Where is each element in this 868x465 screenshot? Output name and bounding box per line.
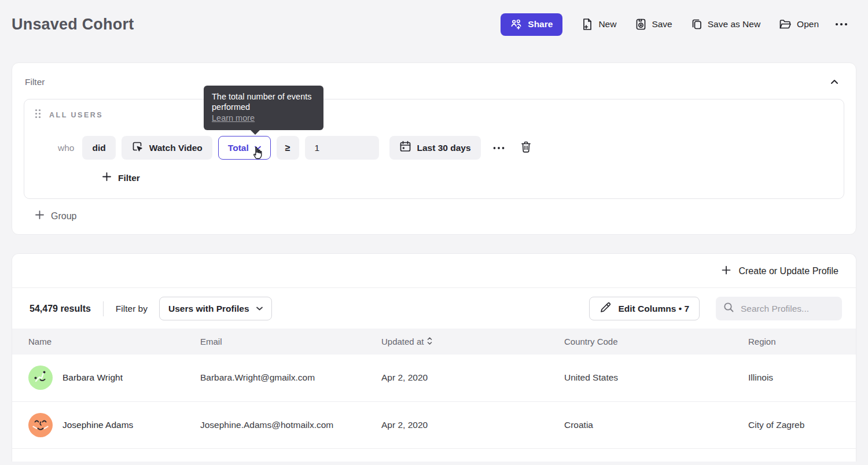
- plus-icon: [35, 211, 44, 222]
- save-as-new-button-label: Save as New: [708, 19, 760, 29]
- filter-by-label: Filter by: [116, 304, 148, 314]
- profile-region: Illinois: [742, 355, 856, 401]
- results-count: 54,479 results: [30, 304, 91, 314]
- tooltip-text: The total number of events performed: [212, 92, 312, 112]
- profile-name: Josephine Adams: [62, 420, 133, 430]
- aggregation-tooltip: The total number of events performed Lea…: [204, 86, 323, 130]
- share-users-icon: [510, 19, 523, 30]
- tooltip-learn-more-link[interactable]: Learn more: [212, 113, 255, 123]
- add-group-button[interactable]: Group: [35, 211, 76, 222]
- chevron-up-icon: [830, 78, 838, 86]
- filter-panel: Filter ALL USERS: [12, 62, 856, 235]
- pencil-icon: [599, 302, 611, 316]
- new-button-label: New: [598, 19, 616, 29]
- aggregation-selector-label: Total: [228, 143, 249, 153]
- share-button-label: Share: [528, 19, 553, 29]
- results-bar: 54,479 results Filter by Users with Prof…: [12, 288, 856, 329]
- ellipsis-icon: [492, 143, 505, 152]
- plus-icon: [102, 172, 111, 183]
- column-header-region: Region: [742, 329, 856, 355]
- results-bar-right: Edit Columns • 7: [589, 297, 842, 320]
- event-selector-label: Watch Video: [149, 143, 203, 153]
- open-button-label: Open: [797, 19, 819, 29]
- plus-icon: [722, 265, 731, 277]
- profile-updated-at: Apr 2, 2020: [376, 355, 558, 401]
- create-or-update-profile-label: Create or Update Profile: [738, 266, 838, 276]
- profile-region: City of Zagreb: [742, 401, 856, 448]
- profile-email: Barbara.Wright@gmailx.com: [194, 355, 376, 401]
- filter-group: ALL USERS who did Watch Video Total: [24, 99, 844, 199]
- edit-columns-button[interactable]: Edit Columns • 7: [589, 297, 700, 320]
- new-button[interactable]: New: [574, 13, 624, 36]
- trash-icon: [520, 141, 532, 155]
- operator-selector[interactable]: ≥: [277, 136, 299, 160]
- did-selector[interactable]: did: [82, 136, 115, 160]
- edit-columns-label: Edit Columns • 7: [618, 304, 689, 314]
- save-as-new-button[interactable]: Save as New: [683, 13, 768, 36]
- column-header-updated-at-label: Updated at: [381, 337, 424, 346]
- profile-country: United States: [558, 355, 742, 401]
- profiles-panel: Create or Update Profile 54,479 results …: [12, 253, 856, 462]
- event-selector[interactable]: Watch Video: [122, 136, 212, 160]
- table-row[interactable]: Josephine Adams Josephine.Adams@hotmailx…: [12, 401, 856, 448]
- date-range-selector[interactable]: Last 30 days: [389, 136, 481, 160]
- tooltip-caret: [250, 130, 260, 135]
- header-more-button[interactable]: [830, 16, 853, 34]
- delete-condition-button[interactable]: [517, 137, 535, 158]
- search-profiles-box: [716, 297, 842, 320]
- column-header-updated-at: Updated at: [376, 329, 558, 355]
- sort-icon: [427, 337, 432, 346]
- share-button[interactable]: Share: [501, 13, 562, 36]
- column-header-name: Name: [12, 329, 194, 355]
- profile-country: Croatia: [558, 401, 742, 448]
- aggregation-selector[interactable]: Total: [218, 136, 271, 160]
- sort-updated-at[interactable]: Updated at: [381, 337, 432, 346]
- filter-condition-row: who did Watch Video Total: [35, 136, 833, 160]
- profile-name: Barbara Wright: [62, 372, 123, 383]
- avatar: [28, 366, 53, 390]
- profile-updated-at: Apr 2, 2020: [376, 401, 558, 448]
- search-icon: [723, 302, 734, 315]
- open-button[interactable]: Open: [771, 13, 826, 35]
- column-header-email: Email: [194, 329, 376, 355]
- profile-name-cell: Barbara Wright: [28, 366, 189, 390]
- search-profiles-input[interactable]: [741, 304, 834, 314]
- copy-icon: [691, 18, 703, 31]
- drag-handle-icon[interactable]: [35, 109, 41, 121]
- add-group-label: Group: [51, 211, 76, 222]
- profiles-table: Name Email Updated at Country Code: [12, 329, 856, 449]
- filter-panel-header: Filter: [12, 63, 856, 97]
- value-input[interactable]: 1: [305, 136, 379, 160]
- collapse-filter-button[interactable]: [826, 73, 843, 91]
- add-filter-button[interactable]: Filter: [102, 172, 140, 183]
- create-profile-row: Create or Update Profile: [12, 254, 856, 288]
- create-or-update-profile-button[interactable]: Create or Update Profile: [722, 265, 838, 277]
- chevron-down-icon: [255, 146, 261, 150]
- profile-name-cell: Josephine Adams: [28, 413, 189, 437]
- filter-group-header: ALL USERS: [35, 109, 833, 121]
- new-document-icon: [582, 18, 593, 31]
- event-click-icon: [131, 141, 144, 155]
- filter-panel-title: Filter: [25, 77, 45, 87]
- avatar: [28, 413, 53, 437]
- column-header-country-code: Country Code: [558, 329, 742, 355]
- save-icon: [635, 18, 646, 31]
- group-label: ALL USERS: [49, 111, 103, 119]
- table-header-row: Name Email Updated at Country Code: [12, 329, 856, 355]
- ellipsis-icon: [834, 20, 848, 29]
- divider: [103, 301, 104, 316]
- profile-email: Josephine.Adams@hotmailx.com: [194, 401, 376, 448]
- condition-more-button[interactable]: [489, 140, 509, 156]
- page-header: Unsaved Cohort Share: [0, 0, 868, 36]
- who-label: who: [58, 143, 74, 153]
- header-actions: Share New Save: [501, 13, 853, 36]
- page-title: Unsaved Cohort: [12, 16, 134, 34]
- profile-type-selected: Users with Profiles: [168, 304, 249, 314]
- save-button[interactable]: Save: [627, 13, 679, 36]
- profile-type-dropdown[interactable]: Users with Profiles: [159, 297, 272, 320]
- date-range-label: Last 30 days: [417, 143, 471, 153]
- folder-open-icon: [779, 19, 792, 30]
- save-button-label: Save: [652, 19, 672, 29]
- cohort-builder-page: Unsaved Cohort Share: [0, 0, 868, 465]
- table-row[interactable]: Barbara Wright Barbara.Wright@gmailx.com…: [12, 355, 856, 401]
